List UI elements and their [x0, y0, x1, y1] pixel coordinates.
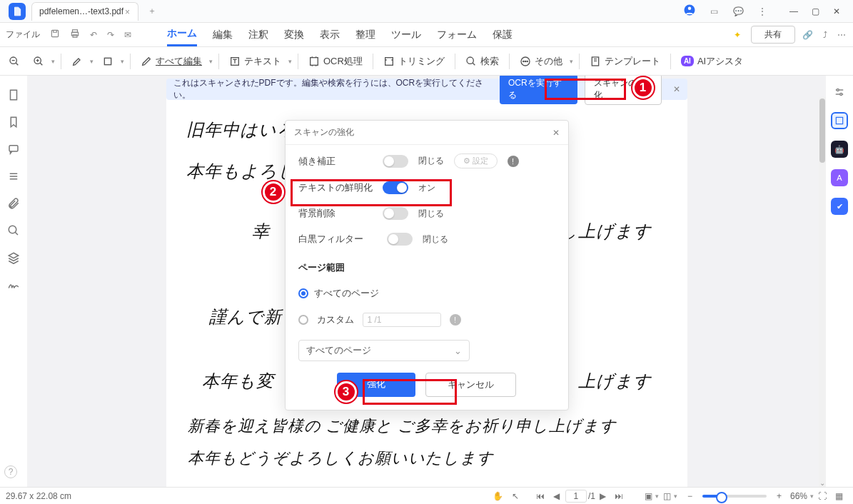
mail-icon[interactable]: ✉: [124, 30, 131, 40]
print-icon[interactable]: [70, 29, 80, 41]
more-horizontal-icon[interactable]: ⋯: [837, 30, 846, 40]
bw-toggle[interactable]: [387, 233, 413, 246]
bg-toggle[interactable]: [383, 207, 408, 220]
tab-organize[interactable]: 整理: [355, 24, 375, 46]
ai-translate-chip[interactable]: A: [831, 169, 848, 186]
search-button-label: 検索: [480, 55, 499, 68]
more-tools-button[interactable]: その他: [515, 53, 567, 70]
page-current-input[interactable]: 1: [565, 490, 587, 503]
cancel-button[interactable]: キャンセル: [425, 373, 516, 397]
range-info-icon[interactable]: !: [450, 314, 461, 326]
chat-icon[interactable]: 💬: [730, 6, 746, 16]
tab-convert[interactable]: 変換: [284, 24, 304, 46]
deskew-info-icon[interactable]: !: [508, 156, 519, 167]
deskew-toggle[interactable]: [383, 155, 408, 168]
ai-assist-button[interactable]: AI AIアシスタ: [677, 53, 747, 70]
ocr-banner: これはスキャンされたPDFです。編集や検索を行うには、OCRを実行してください。…: [166, 79, 687, 100]
text-button[interactable]: テキスト: [225, 53, 286, 70]
scroll-down-icon[interactable]: ⌄: [819, 479, 826, 487]
range-custom-radio[interactable]: カスタム 1 /1 !: [298, 313, 555, 327]
vertical-scrollbar[interactable]: ⌄: [819, 97, 826, 487]
zoom-slider[interactable]: [702, 495, 767, 498]
marker-1: 1: [632, 77, 654, 99]
enhance-scan-dialog: スキャンの強化 ✕ 傾き補正 閉じる ⚙ 設定 ! テキストの鮮明化 オン 背: [285, 120, 569, 410]
zoom-out-button[interactable]: [4, 54, 24, 69]
cloud-account-icon[interactable]: [682, 4, 697, 19]
thumbnails-icon[interactable]: [7, 89, 20, 101]
menu-file[interactable]: ファイル: [6, 29, 40, 41]
app-logo[interactable]: [9, 3, 26, 20]
run-ocr-button[interactable]: OCRを実行する: [500, 76, 577, 104]
zoom-out-status-icon[interactable]: −: [687, 491, 692, 501]
window-maximize-icon[interactable]: ▢: [806, 6, 824, 16]
save-icon[interactable]: [50, 29, 60, 41]
ai-check-chip[interactable]: ✔: [831, 198, 848, 215]
comments-icon[interactable]: [7, 143, 20, 156]
tab-annotate[interactable]: 注釈: [248, 24, 268, 46]
upload-cloud-icon[interactable]: ⤴: [823, 30, 827, 40]
search-button[interactable]: 検索: [461, 53, 503, 70]
redo-icon[interactable]: ↷: [107, 30, 114, 40]
deskew-settings-button[interactable]: ⚙ 設定: [454, 153, 498, 168]
zoom-in-status-icon[interactable]: +: [777, 491, 782, 501]
fullscreen-icon[interactable]: ⛶: [818, 491, 827, 501]
sharpen-toggle[interactable]: [383, 181, 408, 194]
signature-icon[interactable]: [7, 278, 20, 291]
layout-icon[interactable]: ◫: [663, 491, 671, 501]
tab-edit[interactable]: 編集: [213, 24, 233, 46]
status-bar: 29.67 x 22.08 cm ✋ ↖ ⏮ ◀ 1 /1 ▶ ⏭ ▣▾ ◫▾ …: [0, 487, 853, 504]
highlighter-button[interactable]: [67, 54, 87, 69]
find-icon[interactable]: [7, 224, 20, 237]
help-icon[interactable]: ?: [4, 465, 17, 478]
scrollbar-thumb[interactable]: [819, 99, 825, 163]
cursor-tool-icon[interactable]: ↖: [512, 491, 519, 501]
tab-home[interactable]: ホーム: [167, 23, 197, 46]
ai-assist-label: AIアシスタ: [697, 55, 743, 68]
list-icon[interactable]: [7, 170, 20, 183]
document-tab[interactable]: pdfelemen…-text3.pdf ×: [31, 2, 138, 21]
last-page-icon[interactable]: ⏭: [615, 491, 623, 501]
attachments-icon[interactable]: [7, 197, 20, 210]
prev-page-icon[interactable]: ◀: [553, 491, 560, 501]
undo-icon[interactable]: ↶: [90, 30, 97, 40]
shapes-button[interactable]: [98, 54, 118, 69]
next-page-icon[interactable]: ▶: [600, 491, 606, 501]
row-bwfilter: 白黒フィルター 閉じる: [298, 233, 555, 246]
tab-tools[interactable]: ツール: [391, 24, 421, 46]
notebook-icon[interactable]: ▭: [706, 6, 722, 16]
range-all-radio[interactable]: すべてのページ: [298, 287, 555, 300]
window-close-icon[interactable]: ✕: [827, 6, 846, 16]
close-tab-icon[interactable]: ×: [125, 7, 133, 17]
kebab-menu-icon[interactable]: ⋮: [754, 6, 770, 16]
svg-rect-18: [11, 90, 17, 100]
bookmarks-icon[interactable]: [7, 116, 20, 128]
fit-page-icon[interactable]: ▣: [645, 491, 652, 501]
link-icon[interactable]: 🔗: [802, 30, 813, 40]
tab-view[interactable]: 表示: [320, 24, 340, 46]
trim-button[interactable]: トリミング: [379, 53, 449, 70]
layers-icon[interactable]: [7, 251, 20, 264]
tips-icon[interactable]: ✦: [734, 30, 741, 40]
template-button[interactable]: テンプレート: [585, 53, 665, 70]
banner-close-icon[interactable]: ✕: [673, 84, 680, 94]
new-tab-button[interactable]: ＋: [143, 2, 161, 21]
document-viewport[interactable]: これはスキャンされたPDFです。編集や検索を行うには、OCRを実行してください。…: [27, 76, 826, 487]
properties-toggle-icon[interactable]: [833, 83, 846, 101]
read-mode-icon[interactable]: ▦: [835, 491, 843, 501]
svg-rect-19: [9, 146, 18, 151]
first-page-icon[interactable]: ⏮: [536, 491, 545, 501]
dialog-close-icon[interactable]: ✕: [552, 128, 560, 138]
share-button[interactable]: 共有: [751, 26, 795, 44]
ai-chat-chip[interactable]: 🤖: [831, 141, 848, 158]
select-mode-chip[interactable]: [831, 112, 848, 129]
doc-line-5r: 上げます: [578, 361, 652, 403]
page-scope-select[interactable]: すべてのページ ⌄: [298, 340, 470, 361]
hand-tool-icon[interactable]: ✋: [493, 491, 503, 501]
range-custom-input[interactable]: 1 /1: [363, 313, 441, 327]
ocr-button[interactable]: OCR処理: [304, 53, 367, 70]
edit-all-button[interactable]: すべて編集: [136, 53, 206, 70]
tab-forms[interactable]: フォーム: [437, 24, 477, 46]
window-minimize-icon[interactable]: —: [784, 6, 803, 16]
tab-protect[interactable]: 保護: [493, 24, 513, 46]
zoom-in-button[interactable]: [29, 54, 49, 69]
